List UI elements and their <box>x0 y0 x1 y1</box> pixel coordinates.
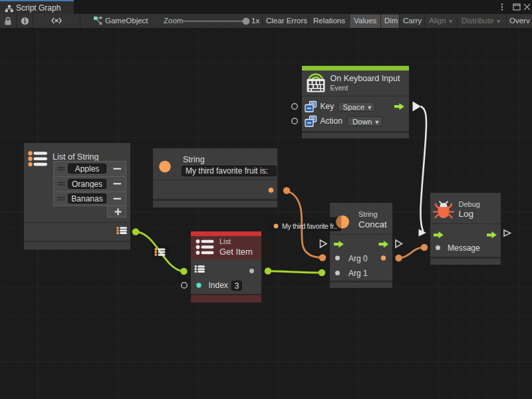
svg-text:My third favorite fr..: My third favorite fr.. <box>282 222 337 230</box>
